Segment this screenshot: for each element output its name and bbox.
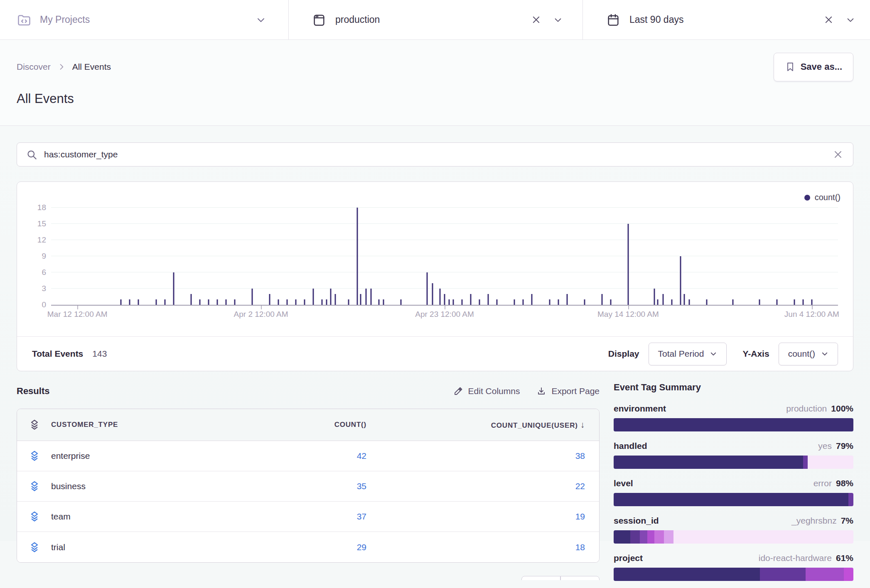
events-chart[interactable]: count() 0369121518 Mar 12 12:00 AMApr 2 … xyxy=(17,182,853,336)
export-page-button[interactable]: Export Page xyxy=(536,386,600,396)
chart-bar[interactable] xyxy=(304,299,305,305)
chart-bar[interactable] xyxy=(378,299,380,305)
tag-distribution-bar[interactable] xyxy=(614,568,853,581)
chart-bar[interactable] xyxy=(683,294,685,305)
chart-bar[interactable] xyxy=(488,294,489,305)
column-header-count-unique-user[interactable]: COUNT_UNIQUE(USER)↓ xyxy=(375,420,599,430)
edit-columns-button[interactable]: Edit Columns xyxy=(453,386,520,396)
environment-filter[interactable]: production xyxy=(288,0,582,39)
count-link[interactable]: 42 xyxy=(357,451,366,461)
chart-bar[interactable] xyxy=(558,299,559,305)
tag-distribution-bar[interactable] xyxy=(614,493,853,506)
chart-bar[interactable] xyxy=(356,208,358,305)
chart-bar[interactable] xyxy=(199,299,200,305)
chart-bar[interactable] xyxy=(164,299,165,305)
chart-bar[interactable] xyxy=(514,299,515,305)
chart-bar[interactable] xyxy=(155,299,157,305)
count-unique-user-link[interactable]: 19 xyxy=(575,512,585,521)
chart-bar[interactable] xyxy=(523,299,524,305)
chart-bar[interactable] xyxy=(811,299,812,305)
chart-bar[interactable] xyxy=(549,299,550,305)
count-unique-user-link[interactable]: 18 xyxy=(575,542,585,552)
chart-bar[interactable] xyxy=(371,289,372,305)
chart-bar[interactable] xyxy=(216,299,218,305)
chart-bar[interactable] xyxy=(360,294,361,305)
chart-bar[interactable] xyxy=(225,299,226,305)
chart-bar[interactable] xyxy=(627,224,629,305)
chart-bar[interactable] xyxy=(287,299,288,305)
chart-bar[interactable] xyxy=(680,256,681,305)
pagination-next-button[interactable] xyxy=(560,576,600,580)
chart-bar[interactable] xyxy=(234,299,235,305)
project-selector[interactable]: My Projects xyxy=(0,0,288,39)
chart-bar[interactable] xyxy=(426,272,428,305)
column-header-customer-type[interactable]: CUSTOMER_TYPE xyxy=(51,421,118,429)
chart-bar[interactable] xyxy=(531,294,533,305)
chart-bar[interactable] xyxy=(278,299,279,305)
count-link[interactable]: 35 xyxy=(357,481,366,491)
chart-bar[interactable] xyxy=(462,299,463,305)
environment-clear-icon[interactable] xyxy=(531,14,542,25)
chart-bar[interactable] xyxy=(601,294,602,305)
chart-legend[interactable]: count() xyxy=(804,193,841,202)
count-unique-user-link[interactable]: 38 xyxy=(575,451,585,461)
chart-bar[interactable] xyxy=(566,294,568,305)
display-dropdown[interactable]: Total Period xyxy=(649,343,727,365)
date-range-filter[interactable]: Last 90 days xyxy=(582,0,870,39)
count-link[interactable]: 37 xyxy=(357,512,366,521)
chart-bar[interactable] xyxy=(689,299,690,305)
chart-bar[interactable] xyxy=(759,299,760,305)
environment-chevron-down-icon[interactable] xyxy=(553,15,563,25)
chart-bar[interactable] xyxy=(794,299,795,305)
chart-bar[interactable] xyxy=(295,299,297,305)
chart-bar[interactable] xyxy=(654,289,655,305)
y-axis-dropdown[interactable]: count() xyxy=(779,343,838,365)
chart-bar[interactable] xyxy=(584,299,585,305)
chart-bar[interactable] xyxy=(313,289,314,305)
date-range-clear-icon[interactable] xyxy=(823,14,834,25)
pagination-previous-button[interactable] xyxy=(521,576,560,580)
chart-bar[interactable] xyxy=(453,299,454,305)
chart-bar[interactable] xyxy=(448,299,450,305)
chart-bar[interactable] xyxy=(138,299,139,305)
chart-bar[interactable] xyxy=(190,294,192,305)
count-link[interactable]: 29 xyxy=(357,542,366,552)
chart-bar[interactable] xyxy=(802,299,804,305)
chart-bar[interactable] xyxy=(330,289,332,305)
breadcrumb-discover-link[interactable]: Discover xyxy=(17,62,51,72)
chart-bar[interactable] xyxy=(173,272,174,305)
chart-bar[interactable] xyxy=(252,289,253,305)
chart-bar[interactable] xyxy=(706,299,708,305)
chart-bar[interactable] xyxy=(610,299,611,305)
chart-bar[interactable] xyxy=(326,299,327,305)
save-as-button[interactable]: Save as... xyxy=(774,53,853,81)
column-header-count[interactable]: COUNT() xyxy=(200,421,375,429)
chart-bar[interactable] xyxy=(383,299,384,305)
chart-bar[interactable] xyxy=(470,294,472,305)
search-clear-icon[interactable] xyxy=(832,149,844,160)
chart-bar[interactable] xyxy=(400,299,401,305)
tag-distribution-bar[interactable] xyxy=(614,456,853,469)
chart-bar[interactable] xyxy=(208,299,209,305)
chart-bar[interactable] xyxy=(120,299,122,305)
search-input[interactable] xyxy=(44,149,832,159)
chart-bar[interactable] xyxy=(365,289,366,305)
chart-bar[interactable] xyxy=(671,299,673,305)
chart-bar[interactable] xyxy=(479,299,480,305)
chart-bar[interactable] xyxy=(348,299,349,305)
date-range-chevron-down-icon[interactable] xyxy=(845,15,856,25)
chart-bar[interactable] xyxy=(334,294,336,305)
chart-bar[interactable] xyxy=(129,299,130,305)
chart-bar[interactable] xyxy=(663,294,664,305)
chart-bar[interactable] xyxy=(322,299,323,305)
chart-bar[interactable] xyxy=(432,283,433,305)
tag-distribution-bar[interactable] xyxy=(614,418,853,431)
chart-bar[interactable] xyxy=(269,294,270,305)
tag-distribution-bar[interactable] xyxy=(614,530,853,544)
chart-bar[interactable] xyxy=(776,299,777,305)
chart-bar[interactable] xyxy=(496,299,498,305)
chart-bar[interactable] xyxy=(732,299,734,305)
chart-bar[interactable] xyxy=(444,294,445,305)
chart-bar[interactable] xyxy=(440,289,441,305)
project-chevron-down-icon[interactable] xyxy=(255,14,267,26)
